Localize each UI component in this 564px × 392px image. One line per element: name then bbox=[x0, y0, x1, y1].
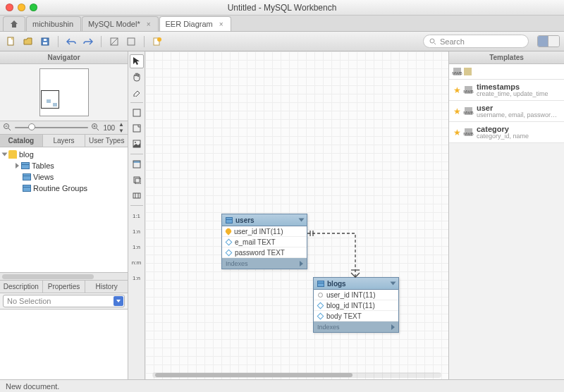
template-item[interactable]: ★MWB categorycategory_id, name bbox=[449, 122, 564, 143]
left-panel: Navigator 100 ▲▼ Catalog Layers User Typ… bbox=[0, 51, 128, 379]
fk-icon bbox=[318, 293, 323, 298]
tree-views[interactable]: Views bbox=[0, 171, 128, 183]
diagram-overview[interactable] bbox=[0, 64, 128, 121]
catalog-tree[interactable]: blog Tables Views Routine Groups bbox=[0, 147, 128, 272]
column-icon bbox=[226, 249, 233, 256]
subtab-history[interactable]: History bbox=[85, 281, 128, 293]
entity-users[interactable]: users user_id INT(11) e_mail TEXT passwo… bbox=[221, 214, 307, 269]
svg-rect-0 bbox=[8, 37, 13, 45]
canvas-scrollbar[interactable] bbox=[152, 372, 441, 378]
zoom-out-icon[interactable] bbox=[4, 123, 11, 133]
tab-eer-diagram[interactable]: EER Diagram × bbox=[159, 16, 231, 31]
pointer-tool[interactable] bbox=[130, 54, 144, 68]
expand-icon[interactable] bbox=[391, 324, 395, 330]
search-input[interactable]: Search bbox=[423, 35, 529, 48]
panel-toggle-left[interactable] bbox=[538, 36, 548, 47]
new-file-button[interactable] bbox=[4, 35, 18, 49]
tree-tables[interactable]: Tables bbox=[0, 160, 128, 171]
rel-1-n-pick-tool[interactable]: 1:n bbox=[130, 271, 144, 285]
tree-scrollbar[interactable] bbox=[0, 272, 128, 281]
view-tool[interactable] bbox=[130, 173, 144, 187]
svg-rect-6 bbox=[128, 38, 135, 45]
svg-line-17 bbox=[97, 128, 99, 130]
zoom-slider[interactable] bbox=[15, 127, 88, 128]
tab-home[interactable] bbox=[3, 16, 25, 31]
rel-1-n-nonident-tool[interactable]: 1:n bbox=[130, 224, 144, 238]
svg-line-13 bbox=[8, 128, 11, 130]
diagram-canvas[interactable]: users user_id INT(11) e_mail TEXT passwo… bbox=[145, 51, 448, 379]
grid-toggle-button[interactable] bbox=[107, 35, 121, 49]
template-open-icon[interactable] bbox=[464, 68, 472, 75]
expand-icon[interactable] bbox=[300, 261, 303, 267]
template-icon: MWB bbox=[465, 86, 472, 94]
tree-routine-groups[interactable]: Routine Groups bbox=[0, 183, 128, 194]
subtab-description[interactable]: Description bbox=[0, 281, 43, 293]
panel-toggle bbox=[537, 35, 560, 47]
column-text: user_id INT(11) bbox=[326, 291, 375, 299]
rel-1-1-nonident-tool[interactable]: 1:1 bbox=[130, 209, 144, 223]
svg-rect-25 bbox=[135, 178, 141, 184]
column-icon bbox=[317, 312, 324, 319]
hand-tool[interactable] bbox=[130, 70, 144, 84]
entity-blogs[interactable]: blogs user_id INT(11) blog_id INT(11) bo… bbox=[313, 277, 399, 333]
subtab-user-types[interactable]: User Types bbox=[85, 135, 128, 147]
rel-n-m-tool[interactable]: n:m bbox=[130, 255, 144, 269]
image-tool[interactable] bbox=[130, 137, 144, 151]
table-icon bbox=[226, 217, 233, 223]
template-item[interactable]: ★MWB timestampscreate_time, update_time bbox=[449, 80, 564, 101]
subtab-layers[interactable]: Layers bbox=[43, 135, 86, 147]
zoom-stepper[interactable]: ▲▼ bbox=[118, 121, 124, 134]
entity-footer: Indexes bbox=[226, 260, 248, 267]
minimize-window-button[interactable] bbox=[18, 4, 25, 11]
description-panel bbox=[0, 309, 128, 379]
collapse-icon[interactable] bbox=[299, 219, 305, 222]
panel-toggle-right[interactable] bbox=[548, 36, 559, 47]
routine-group-tool[interactable] bbox=[130, 188, 144, 202]
zoom-window-button[interactable] bbox=[30, 4, 37, 11]
collapse-icon[interactable] bbox=[391, 282, 396, 286]
new-diagram-button[interactable] bbox=[150, 35, 164, 49]
table-tool[interactable] bbox=[130, 157, 144, 171]
svg-rect-2 bbox=[43, 42, 47, 44]
tab-label: EER Diagram bbox=[166, 20, 213, 28]
relationship-line[interactable] bbox=[307, 233, 364, 280]
template-name: user bbox=[477, 104, 560, 112]
note-tool[interactable] bbox=[130, 121, 144, 135]
align-toggle-button[interactable] bbox=[124, 35, 138, 49]
tree-schema[interactable]: blog bbox=[0, 149, 128, 160]
selection-text: No Selection bbox=[7, 297, 51, 305]
tab-connection[interactable]: michibushin bbox=[26, 16, 81, 31]
column-text: user_id INT(11) bbox=[234, 228, 283, 235]
layer-tool[interactable] bbox=[130, 106, 144, 120]
svg-rect-24 bbox=[134, 177, 140, 183]
document-tabs: michibushin MySQL Model* × EER Diagram × bbox=[0, 16, 564, 32]
subtab-properties[interactable]: Properties bbox=[43, 281, 86, 293]
dropdown-arrow-icon bbox=[114, 296, 123, 306]
subtab-catalog[interactable]: Catalog bbox=[0, 135, 43, 147]
column-icon bbox=[317, 302, 324, 309]
eraser-tool[interactable] bbox=[130, 85, 144, 99]
redo-button[interactable] bbox=[81, 35, 95, 49]
save-file-button[interactable] bbox=[38, 35, 52, 49]
toolbar: Search bbox=[0, 32, 564, 51]
close-tab-icon[interactable]: × bbox=[219, 20, 223, 28]
rel-1-n-ident-tool[interactable]: 1:n bbox=[130, 240, 144, 254]
status-text: New document. bbox=[6, 382, 59, 391]
entity-footer: Indexes bbox=[317, 324, 340, 331]
template-icon: MWB bbox=[465, 107, 472, 115]
close-window-button[interactable] bbox=[6, 4, 13, 11]
template-new-icon[interactable]: MWB bbox=[453, 68, 461, 75]
selection-dropdown[interactable]: No Selection bbox=[3, 295, 125, 307]
template-sub: create_time, update_time bbox=[477, 91, 548, 98]
zoom-value: 100 bbox=[103, 124, 115, 132]
search-icon bbox=[429, 38, 436, 45]
diagram-toolbar: 1:1 1:n 1:n n:m 1:n bbox=[128, 51, 145, 379]
zoom-in-icon[interactable] bbox=[92, 123, 99, 133]
template-item[interactable]: ★MWB userusername, email, password, crea… bbox=[449, 101, 564, 122]
template-name: category bbox=[477, 125, 529, 133]
entity-name: users bbox=[235, 216, 255, 224]
undo-button[interactable] bbox=[64, 35, 78, 49]
open-file-button[interactable] bbox=[21, 35, 35, 49]
tab-model[interactable]: MySQL Model* × bbox=[82, 16, 158, 31]
close-tab-icon[interactable]: × bbox=[147, 20, 151, 28]
